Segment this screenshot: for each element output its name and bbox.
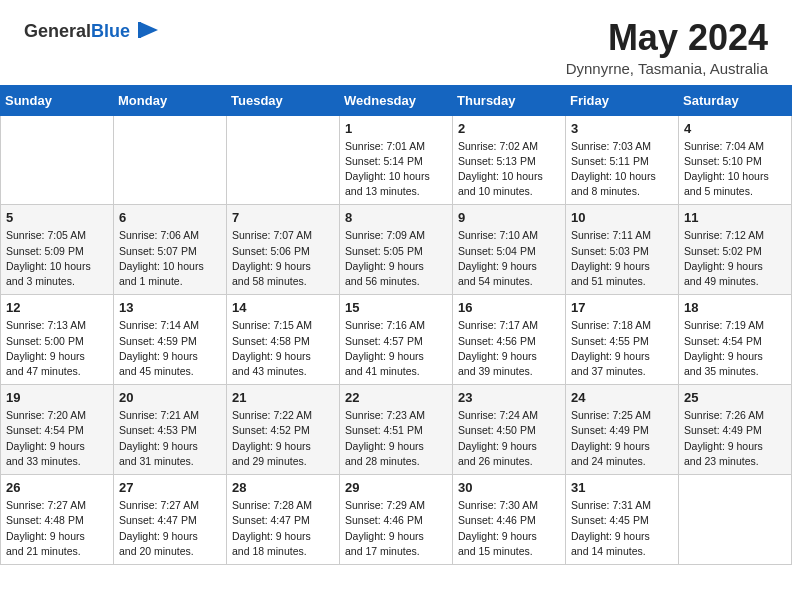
logo-icon <box>132 18 160 46</box>
calendar-cell: 13Sunrise: 7:14 AMSunset: 4:59 PMDayligh… <box>114 295 227 385</box>
logo-general-text: General <box>24 21 91 41</box>
day-number: 22 <box>345 390 447 405</box>
calendar-cell: 24Sunrise: 7:25 AMSunset: 4:49 PMDayligh… <box>566 385 679 475</box>
calendar-cell: 9Sunrise: 7:10 AMSunset: 5:04 PMDaylight… <box>453 205 566 295</box>
calendar-cell: 28Sunrise: 7:28 AMSunset: 4:47 PMDayligh… <box>227 475 340 565</box>
day-number: 3 <box>571 121 673 136</box>
svg-rect-1 <box>138 22 141 38</box>
day-number: 9 <box>458 210 560 225</box>
svg-marker-0 <box>140 22 158 38</box>
calendar-cell <box>679 475 792 565</box>
day-info: Sunrise: 7:19 AMSunset: 4:54 PMDaylight:… <box>684 318 786 379</box>
day-number: 2 <box>458 121 560 136</box>
calendar-cell: 11Sunrise: 7:12 AMSunset: 5:02 PMDayligh… <box>679 205 792 295</box>
day-number: 26 <box>6 480 108 495</box>
day-number: 19 <box>6 390 108 405</box>
calendar-table: Sunday Monday Tuesday Wednesday Thursday… <box>0 85 792 565</box>
day-number: 5 <box>6 210 108 225</box>
calendar-cell: 1Sunrise: 7:01 AMSunset: 5:14 PMDaylight… <box>340 115 453 205</box>
calendar-cell: 20Sunrise: 7:21 AMSunset: 4:53 PMDayligh… <box>114 385 227 475</box>
page: GeneralBlue May 2024 Dynnyrne, Tasmania,… <box>0 0 792 565</box>
calendar-week-row: 5Sunrise: 7:05 AMSunset: 5:09 PMDaylight… <box>1 205 792 295</box>
day-info: Sunrise: 7:18 AMSunset: 4:55 PMDaylight:… <box>571 318 673 379</box>
calendar-cell: 4Sunrise: 7:04 AMSunset: 5:10 PMDaylight… <box>679 115 792 205</box>
month-title: May 2024 <box>566 18 768 58</box>
day-number: 4 <box>684 121 786 136</box>
logo: GeneralBlue <box>24 18 160 46</box>
header: GeneralBlue May 2024 Dynnyrne, Tasmania,… <box>0 0 792 85</box>
calendar-cell: 16Sunrise: 7:17 AMSunset: 4:56 PMDayligh… <box>453 295 566 385</box>
day-info: Sunrise: 7:03 AMSunset: 5:11 PMDaylight:… <box>571 139 673 200</box>
day-number: 15 <box>345 300 447 315</box>
calendar-cell <box>114 115 227 205</box>
calendar-week-row: 12Sunrise: 7:13 AMSunset: 5:00 PMDayligh… <box>1 295 792 385</box>
calendar-week-row: 1Sunrise: 7:01 AMSunset: 5:14 PMDaylight… <box>1 115 792 205</box>
day-info: Sunrise: 7:07 AMSunset: 5:06 PMDaylight:… <box>232 228 334 289</box>
day-number: 1 <box>345 121 447 136</box>
calendar-cell: 19Sunrise: 7:20 AMSunset: 4:54 PMDayligh… <box>1 385 114 475</box>
calendar-cell <box>227 115 340 205</box>
title-block: May 2024 Dynnyrne, Tasmania, Australia <box>566 18 768 77</box>
day-number: 8 <box>345 210 447 225</box>
calendar-cell: 29Sunrise: 7:29 AMSunset: 4:46 PMDayligh… <box>340 475 453 565</box>
day-number: 17 <box>571 300 673 315</box>
day-info: Sunrise: 7:20 AMSunset: 4:54 PMDaylight:… <box>6 408 108 469</box>
calendar-cell: 15Sunrise: 7:16 AMSunset: 4:57 PMDayligh… <box>340 295 453 385</box>
day-number: 10 <box>571 210 673 225</box>
calendar-cell: 2Sunrise: 7:02 AMSunset: 5:13 PMDaylight… <box>453 115 566 205</box>
day-info: Sunrise: 7:24 AMSunset: 4:50 PMDaylight:… <box>458 408 560 469</box>
header-thursday: Thursday <box>453 85 566 115</box>
day-info: Sunrise: 7:25 AMSunset: 4:49 PMDaylight:… <box>571 408 673 469</box>
calendar-cell: 23Sunrise: 7:24 AMSunset: 4:50 PMDayligh… <box>453 385 566 475</box>
day-number: 12 <box>6 300 108 315</box>
day-info: Sunrise: 7:30 AMSunset: 4:46 PMDaylight:… <box>458 498 560 559</box>
day-number: 20 <box>119 390 221 405</box>
day-info: Sunrise: 7:02 AMSunset: 5:13 PMDaylight:… <box>458 139 560 200</box>
day-number: 11 <box>684 210 786 225</box>
day-number: 14 <box>232 300 334 315</box>
day-info: Sunrise: 7:22 AMSunset: 4:52 PMDaylight:… <box>232 408 334 469</box>
day-info: Sunrise: 7:04 AMSunset: 5:10 PMDaylight:… <box>684 139 786 200</box>
calendar-cell: 10Sunrise: 7:11 AMSunset: 5:03 PMDayligh… <box>566 205 679 295</box>
calendar-cell: 31Sunrise: 7:31 AMSunset: 4:45 PMDayligh… <box>566 475 679 565</box>
header-tuesday: Tuesday <box>227 85 340 115</box>
day-info: Sunrise: 7:13 AMSunset: 5:00 PMDaylight:… <box>6 318 108 379</box>
header-sunday: Sunday <box>1 85 114 115</box>
day-info: Sunrise: 7:23 AMSunset: 4:51 PMDaylight:… <box>345 408 447 469</box>
day-info: Sunrise: 7:16 AMSunset: 4:57 PMDaylight:… <box>345 318 447 379</box>
day-number: 16 <box>458 300 560 315</box>
calendar-cell: 18Sunrise: 7:19 AMSunset: 4:54 PMDayligh… <box>679 295 792 385</box>
header-wednesday: Wednesday <box>340 85 453 115</box>
calendar-cell: 25Sunrise: 7:26 AMSunset: 4:49 PMDayligh… <box>679 385 792 475</box>
day-number: 6 <box>119 210 221 225</box>
day-info: Sunrise: 7:29 AMSunset: 4:46 PMDaylight:… <box>345 498 447 559</box>
day-info: Sunrise: 7:15 AMSunset: 4:58 PMDaylight:… <box>232 318 334 379</box>
calendar-cell: 27Sunrise: 7:27 AMSunset: 4:47 PMDayligh… <box>114 475 227 565</box>
day-number: 29 <box>345 480 447 495</box>
day-number: 13 <box>119 300 221 315</box>
header-saturday: Saturday <box>679 85 792 115</box>
location: Dynnyrne, Tasmania, Australia <box>566 60 768 77</box>
calendar-week-row: 19Sunrise: 7:20 AMSunset: 4:54 PMDayligh… <box>1 385 792 475</box>
day-number: 27 <box>119 480 221 495</box>
day-info: Sunrise: 7:26 AMSunset: 4:49 PMDaylight:… <box>684 408 786 469</box>
day-number: 7 <box>232 210 334 225</box>
calendar-cell: 21Sunrise: 7:22 AMSunset: 4:52 PMDayligh… <box>227 385 340 475</box>
day-number: 21 <box>232 390 334 405</box>
calendar-cell: 7Sunrise: 7:07 AMSunset: 5:06 PMDaylight… <box>227 205 340 295</box>
header-monday: Monday <box>114 85 227 115</box>
day-info: Sunrise: 7:05 AMSunset: 5:09 PMDaylight:… <box>6 228 108 289</box>
day-info: Sunrise: 7:28 AMSunset: 4:47 PMDaylight:… <box>232 498 334 559</box>
calendar-cell: 22Sunrise: 7:23 AMSunset: 4:51 PMDayligh… <box>340 385 453 475</box>
day-number: 28 <box>232 480 334 495</box>
calendar-cell: 8Sunrise: 7:09 AMSunset: 5:05 PMDaylight… <box>340 205 453 295</box>
calendar-cell: 3Sunrise: 7:03 AMSunset: 5:11 PMDaylight… <box>566 115 679 205</box>
day-number: 24 <box>571 390 673 405</box>
day-info: Sunrise: 7:09 AMSunset: 5:05 PMDaylight:… <box>345 228 447 289</box>
calendar-cell: 12Sunrise: 7:13 AMSunset: 5:00 PMDayligh… <box>1 295 114 385</box>
calendar-header-row: Sunday Monday Tuesday Wednesday Thursday… <box>1 85 792 115</box>
day-info: Sunrise: 7:31 AMSunset: 4:45 PMDaylight:… <box>571 498 673 559</box>
calendar-cell <box>1 115 114 205</box>
day-info: Sunrise: 7:11 AMSunset: 5:03 PMDaylight:… <box>571 228 673 289</box>
day-number: 18 <box>684 300 786 315</box>
